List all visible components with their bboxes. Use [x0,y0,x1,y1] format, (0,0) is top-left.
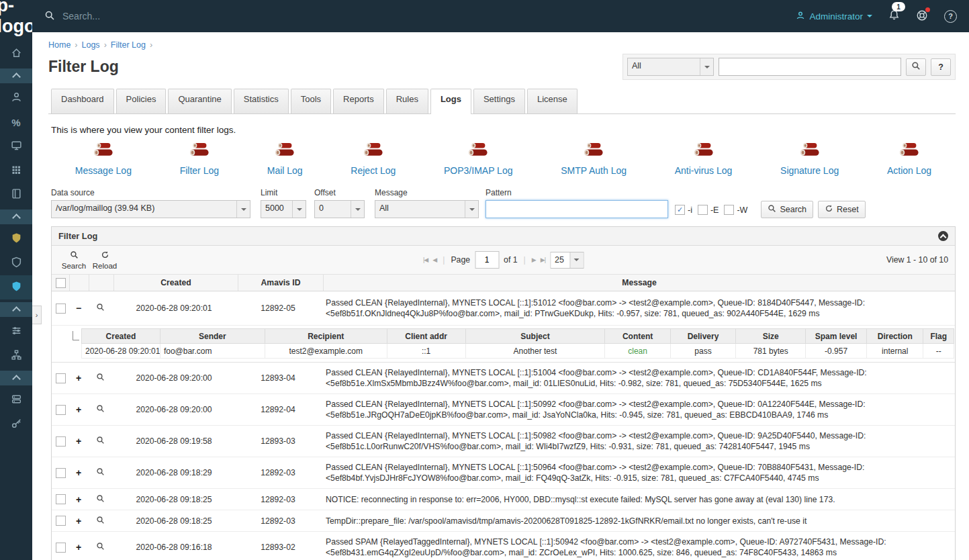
log-nav-smtp-auth-log[interactable]: SMTP Auth Log [561,142,627,176]
flag-i[interactable]: -i [675,205,692,215]
log-nav-pop3-imap-log[interactable]: POP3/IMAP Log [444,142,512,176]
detail-data-row[interactable]: 2020-06-28 09:20:01 foo@bar.com test2@ex… [82,344,954,359]
sidebar-section-toggle-3[interactable] [0,302,32,317]
created-column-header[interactable]: Created [114,275,238,291]
data-source-select[interactable]: /var/log/maillog (39.94 KB) [51,200,250,218]
limit-select[interactable]: 5000 [261,200,306,218]
sidebar-item-book[interactable] [0,183,32,207]
amavis-id-column-header[interactable]: Amavis ID [238,275,324,291]
log-nav-reject-log[interactable]: Reject Log [351,142,396,176]
row-inspect-icon[interactable] [96,436,105,447]
pager-first-button[interactable]: |◀ [423,256,428,263]
pager-prev-button[interactable]: ◀ [432,256,436,263]
table-row[interactable]: + 2020-06-28 09:20:00 12892-04 Passed CL… [52,394,955,426]
table-row[interactable]: + 2020-06-28 09:20:00 12893-04 Passed CL… [52,363,955,394]
select-all-checkbox[interactable] [56,278,66,288]
sidebar-item-monitor[interactable] [0,134,32,158]
row-expand-toggle[interactable]: + [69,489,88,510]
row-checkbox[interactable] [56,304,66,314]
sidebar-item-home[interactable] [0,42,32,66]
row-expand-toggle[interactable]: + [69,510,88,531]
table-row[interactable]: + 2020-06-28 09:16:18 12893-02 Passed SP… [52,532,955,560]
row-checkbox[interactable] [56,543,66,553]
help-button[interactable]: ? [944,10,957,23]
sidebar-item-virus-detector[interactable] [0,275,32,299]
global-search-input[interactable] [61,10,225,22]
tab-reports[interactable]: Reports [333,89,384,113]
table-row[interactable]: + 2020-06-28 09:18:25 12892-03 TempDir::… [52,510,955,532]
support-button[interactable] [916,9,928,24]
table-row[interactable]: − 2020-06-28 09:20:01 12892-05 Passed CL… [52,291,955,326]
sidebar-item-cluster[interactable] [0,344,32,368]
grid-search-button[interactable]: Search [58,250,89,270]
sidebar-item-services[interactable] [0,388,32,412]
tab-dashboard[interactable]: Dashboard [51,89,114,113]
flag-i-checkbox[interactable] [675,205,685,215]
table-row[interactable]: + 2020-06-28 09:18:29 12892-03 Passed CL… [52,457,955,489]
row-inspect-icon[interactable] [96,404,105,415]
sidebar-item-certificates[interactable] [0,412,32,436]
sidebar-item-mail-filter[interactable] [0,227,32,251]
message-column-header[interactable]: Message [324,275,955,291]
row-expand-toggle[interactable]: + [69,394,88,425]
row-collapse-toggle[interactable]: − [69,291,88,325]
sidebar-item-grid[interactable] [0,158,32,183]
quick-search-input[interactable] [719,58,901,76]
pager-last-button[interactable]: ▶| [541,256,545,263]
notifications-button[interactable]: 1 [888,9,900,23]
row-checkbox[interactable] [56,405,66,415]
tab-quarantine[interactable]: Quarantine [168,89,231,113]
tab-logs[interactable]: Logs [430,89,471,114]
page-size-select[interactable]: 25 [550,252,584,269]
row-expand-toggle[interactable]: + [69,457,88,488]
search-button[interactable]: Search [761,201,813,218]
flag-W-checkbox[interactable] [724,205,734,215]
sidebar-section-toggle-2[interactable] [0,209,32,224]
table-row[interactable]: + 2020-06-28 09:18:25 12892-03 NOTICE: r… [52,489,955,510]
flag-E-checkbox[interactable] [698,205,708,215]
row-checkbox[interactable] [56,373,66,383]
row-inspect-icon[interactable] [96,303,105,314]
tab-rules[interactable]: Rules [386,89,428,113]
region-expand-handle[interactable]: › [32,306,42,324]
row-expand-toggle[interactable]: + [69,532,88,560]
row-checkbox[interactable] [56,494,66,504]
sidebar-item-options[interactable] [0,320,32,344]
breadcrumb-logs[interactable]: Logs [82,40,100,50]
row-inspect-icon[interactable] [96,467,105,478]
sidebar-item-users[interactable] [0,86,32,110]
row-inspect-icon[interactable] [96,373,105,383]
sidebar-item-rules[interactable]: % [0,110,32,134]
pattern-input[interactable] [486,200,668,218]
log-nav-message-log[interactable]: Message Log [75,142,132,176]
pager-page-input[interactable] [475,251,499,269]
row-inspect-icon[interactable] [96,494,105,505]
reset-button[interactable]: Reset [818,201,866,218]
grid-reload-button[interactable]: Reload [89,250,120,270]
tab-tools[interactable]: Tools [291,89,331,113]
log-nav-anti-virus-log[interactable]: Anti-virus Log [675,142,733,176]
app-logo[interactable]: p-logo [0,0,32,32]
log-nav-action-log[interactable]: Action Log [887,142,931,176]
tab-statistics[interactable]: Statistics [234,89,289,113]
flag-E[interactable]: -E [698,205,719,215]
breadcrumb-filter-log[interactable]: Filter Log [111,40,146,50]
panel-collapse-button[interactable] [938,231,948,241]
row-expand-toggle[interactable]: + [69,426,88,457]
sidebar-section-toggle-4[interactable] [0,371,32,385]
quick-search-scope-select[interactable]: All [627,58,714,76]
message-select[interactable]: All [375,200,479,218]
offset-select[interactable]: 0 [314,200,365,218]
breadcrumb-home[interactable]: Home [48,40,71,50]
quick-search-help-button[interactable]: ? [931,58,951,76]
row-checkbox[interactable] [56,436,66,447]
tab-license[interactable]: License [527,89,578,113]
tab-settings[interactable]: Settings [473,89,525,113]
log-nav-signature-log[interactable]: Signature Log [780,142,839,176]
row-inspect-icon[interactable] [96,542,105,553]
quick-search-button[interactable] [906,58,926,76]
sidebar-section-toggle-1[interactable] [0,68,32,83]
flag-W[interactable]: -W [724,205,747,215]
log-nav-filter-log[interactable]: Filter Log [180,142,219,176]
row-checkbox[interactable] [56,468,66,478]
